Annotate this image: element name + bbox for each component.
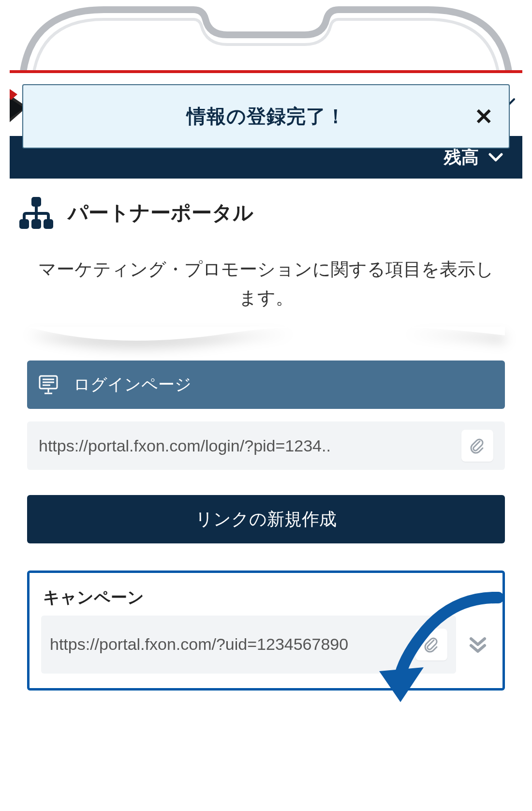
paperclip-icon bbox=[423, 636, 440, 653]
login-url-text: https://portal.fxon.com/login/?pid=1234.… bbox=[39, 436, 454, 455]
copy-campaign-url-button[interactable] bbox=[415, 629, 447, 661]
create-link-label: リンクの新規作成 bbox=[195, 508, 337, 531]
login-page-header: ログインページ bbox=[27, 360, 505, 409]
page-title: パートナーポータル bbox=[68, 199, 253, 226]
toast-title: 情報の登録完了！ bbox=[187, 103, 346, 130]
section-separator bbox=[27, 327, 505, 356]
double-chevron-down-icon bbox=[467, 634, 488, 655]
close-icon[interactable]: ✕ bbox=[474, 105, 493, 128]
description-text: マーケティング・プロモーションに関する項目を表示します。 bbox=[38, 259, 494, 308]
copy-login-url-button[interactable] bbox=[461, 430, 493, 462]
paperclip-icon bbox=[469, 437, 486, 454]
description-card: マーケティング・プロモーションに関する項目を表示します。 bbox=[27, 243, 505, 331]
balance-label: 残高 bbox=[444, 146, 479, 169]
campaign-url-box: https://portal.fxon.com/?uid=1234567890 bbox=[41, 616, 456, 674]
chevron-down-icon bbox=[488, 152, 503, 162]
campaign-title: キャンペーン bbox=[41, 586, 491, 616]
monitor-icon bbox=[38, 374, 59, 395]
expand-campaign-button[interactable] bbox=[465, 634, 491, 655]
section-title-row: パートナーポータル bbox=[10, 179, 522, 243]
campaign-card: キャンペーン https://portal.fxon.com/?uid=1234… bbox=[27, 571, 505, 691]
create-link-button[interactable]: リンクの新規作成 bbox=[27, 495, 505, 543]
sitemap-icon bbox=[18, 196, 54, 230]
login-url-row: https://portal.fxon.com/login/?pid=1234.… bbox=[27, 421, 505, 470]
campaign-url-text: https://portal.fxon.com/?uid=1234567890 bbox=[50, 629, 409, 661]
toast-banner: 情報の登録完了！ ✕ bbox=[22, 84, 510, 149]
app-header: 情報の登録完了！ ✕ bbox=[10, 73, 522, 136]
login-header-label: ログインページ bbox=[74, 374, 192, 396]
